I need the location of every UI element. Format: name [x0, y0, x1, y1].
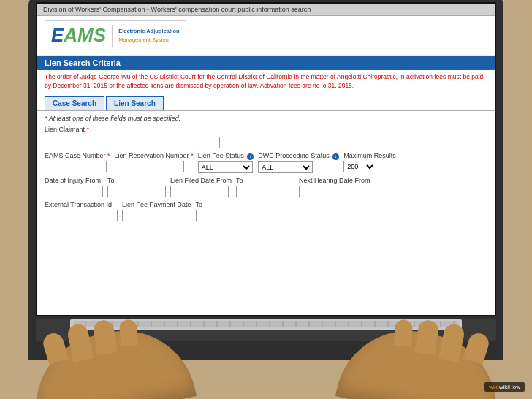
lien-reservation-label: Lien Reservation Number *	[115, 152, 194, 159]
info-icon-lien-fee[interactable]: i	[247, 153, 254, 160]
lien-filed-to-group: To	[236, 177, 294, 197]
payment-to-label: To	[196, 201, 254, 208]
eams-case-label: EAMS Case Number *	[45, 152, 110, 159]
next-hearing-group: Next Hearing Date From	[299, 177, 370, 197]
lien-reservation-input[interactable]	[115, 161, 184, 172]
date-injury-from-input[interactable]	[45, 186, 103, 197]
next-hearing-input[interactable]	[299, 186, 357, 197]
dwc-proceeding-group: DWC Proceeding Status i ALL	[258, 152, 339, 173]
lien-filed-from-label: Lien Filed Date From	[170, 177, 232, 184]
tab-lien-search[interactable]: Lien Search	[106, 96, 164, 110]
lien-filed-to-label: To	[236, 177, 294, 184]
date-injury-to-group: To	[107, 177, 166, 197]
page-url-text: Division of Workers' Compensation - Work…	[43, 6, 311, 13]
lien-reservation-group: Lien Reservation Number *	[115, 152, 194, 172]
lien-fee-payment-label: Lien Fee Payment Date	[122, 201, 191, 208]
max-results-select[interactable]: 200	[343, 161, 376, 172]
logo-area: E AMS Electronic Adjudication Management…	[37, 16, 495, 56]
external-transaction-group: External Transaction Id	[45, 201, 118, 221]
date-injury-to-input[interactable]	[107, 186, 166, 197]
date-injury-from-label: Date of Injury From	[45, 177, 103, 184]
lien-fee-status-group: Lien Fee Status i ALL	[198, 152, 254, 173]
lien-claimant-input[interactable]	[45, 137, 220, 148]
logo-e-letter: E	[51, 24, 64, 47]
date-injury-from-group: Date of Injury From	[45, 177, 103, 197]
fields-row-4: External Transaction Id Lien Fee Payment…	[45, 201, 487, 221]
browser-top-bar: Division of Workers' Compensation - Work…	[37, 4, 495, 16]
info-icon-dwc[interactable]: i	[332, 153, 339, 160]
payment-to-input[interactable]	[196, 210, 254, 221]
external-transaction-input[interactable]	[45, 210, 118, 221]
max-results-group: Maximum Results 200	[343, 152, 396, 172]
date-injury-to-label: To	[107, 177, 166, 184]
fields-row-3: Date of Injury From To L	[45, 177, 487, 197]
lien-filed-from-group: Lien Filed Date From	[170, 177, 232, 197]
lien-fee-status-label: Lien Fee Status i	[198, 152, 254, 160]
lien-claimant-row: Lien Claimant *	[45, 126, 487, 148]
form-area: * At least one of these fields must be s…	[37, 110, 495, 229]
lien-filed-to-input[interactable]	[236, 186, 294, 197]
lien-claimant-label: Lien Claimant *	[45, 126, 487, 133]
notice-text: The order of Judge George Wu of the US D…	[37, 70, 495, 94]
eams-case-input[interactable]	[45, 161, 107, 172]
required-note: * At least one of these fields must be s…	[45, 115, 487, 122]
lien-filed-from-input[interactable]	[170, 186, 229, 197]
lien-fee-payment-group: Lien Fee Payment Date	[122, 201, 191, 221]
tab-case-search[interactable]: Case Search	[45, 96, 104, 110]
max-results-label: Maximum Results	[343, 152, 396, 159]
lien-fee-payment-input[interactable]	[122, 210, 180, 221]
payment-to-group: To	[196, 201, 254, 221]
logo-tagline: Electronic Adjudication Management Syste…	[118, 27, 179, 44]
logo-ams-letters: AMS	[64, 24, 106, 47]
tabs-row: Case Search Lien Search	[37, 94, 495, 110]
lien-fee-status-select[interactable]: ALL	[198, 162, 253, 173]
eams-case-group: EAMS Case Number *	[45, 152, 110, 172]
fields-row-2: EAMS Case Number * Lien Reservation Numb…	[45, 152, 487, 173]
external-transaction-label: External Transaction Id	[45, 201, 118, 208]
next-hearing-label: Next Hearing Date From	[299, 177, 370, 184]
dwc-proceeding-label: DWC Proceeding Status i	[258, 152, 339, 160]
wikihow-badge: wikiwikiHow	[484, 382, 525, 392]
dwc-proceeding-select[interactable]: ALL	[258, 162, 313, 173]
section-header: Lien Search Criteria	[37, 56, 495, 70]
